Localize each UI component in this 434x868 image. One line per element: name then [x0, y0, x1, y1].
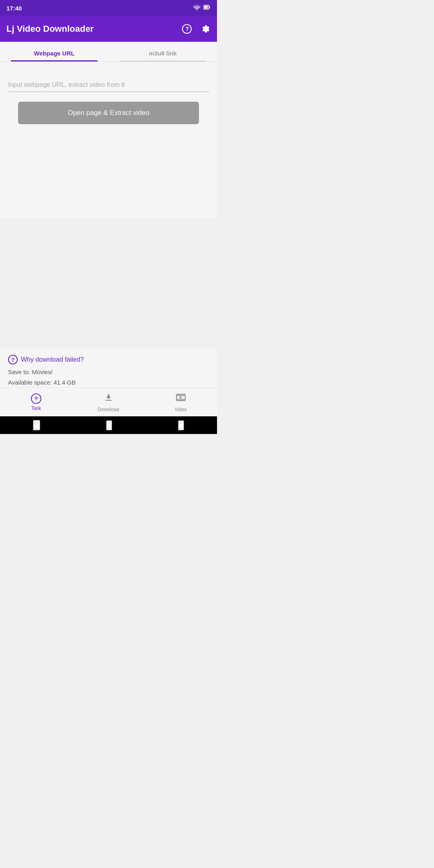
nav-item-download[interactable]: Download: [72, 392, 145, 412]
svg-rect-1: [209, 6, 210, 8]
bottom-info: ? Why download failed? Save to: Movies/ …: [0, 348, 217, 387]
app-bar-actions: ?: [182, 24, 211, 34]
svg-rect-8: [176, 395, 185, 396]
status-icons: ⚡: [193, 4, 211, 12]
why-failed-link[interactable]: ? Why download failed?: [8, 355, 209, 364]
battery-icon: ⚡: [203, 4, 211, 12]
nav-label-download: Download: [98, 407, 119, 412]
add-circle-icon: +: [31, 393, 41, 404]
tabs-bar: Webpage URL m3u8 link: [0, 42, 217, 62]
svg-rect-16: [179, 399, 180, 401]
svg-text:⚡: ⚡: [205, 5, 209, 9]
download-icon: [103, 392, 114, 405]
tab-webpage-url[interactable]: Webpage URL: [0, 43, 108, 61]
app-bar: Lj Video Downloader ?: [0, 16, 217, 42]
nav-item-task[interactable]: + Task: [0, 393, 72, 411]
help-button[interactable]: ?: [182, 24, 192, 34]
svg-rect-11: [179, 394, 180, 395]
nav-label-video: Video: [175, 407, 187, 412]
home-button[interactable]: ●: [106, 420, 112, 430]
svg-rect-18: [182, 399, 183, 401]
main-content: Open page & Extract video: [0, 62, 217, 217]
svg-text:?: ?: [186, 26, 189, 32]
save-info: Save to: Movies/ Available space: 41.4 G…: [8, 367, 209, 387]
why-failed-icon: ?: [8, 355, 18, 364]
url-input-container[interactable]: [8, 78, 209, 92]
bottom-nav: + Task Download: [0, 387, 217, 416]
extract-button[interactable]: Open page & Extract video: [18, 102, 199, 124]
status-time: 17:40: [6, 5, 22, 12]
svg-rect-14: [184, 394, 184, 395]
film-icon: [176, 392, 186, 405]
svg-rect-12: [180, 394, 181, 395]
svg-rect-19: [184, 399, 184, 401]
main-area: Open page & Extract video ? Why download…: [0, 62, 217, 387]
svg-rect-17: [180, 399, 181, 401]
content-spacer: [0, 217, 217, 349]
svg-rect-15: [177, 399, 178, 401]
nav-item-video[interactable]: Video: [145, 392, 217, 412]
svg-rect-6: [105, 400, 112, 401]
wifi-icon: [193, 4, 201, 12]
back-button[interactable]: ◀: [33, 420, 40, 430]
svg-rect-13: [182, 394, 183, 395]
status-bar: 17:40 ⚡: [0, 0, 217, 16]
svg-marker-20: [180, 396, 182, 398]
recent-button[interactable]: ■: [178, 420, 184, 430]
svg-rect-10: [177, 394, 178, 395]
system-nav: ◀ ● ■: [0, 416, 217, 434]
settings-button[interactable]: [200, 24, 211, 34]
app-title: Lj Video Downloader: [6, 24, 94, 34]
nav-label-task: Task: [31, 405, 41, 411]
url-input[interactable]: [8, 81, 209, 88]
tab-m3u8-link[interactable]: m3u8 link: [108, 43, 217, 61]
